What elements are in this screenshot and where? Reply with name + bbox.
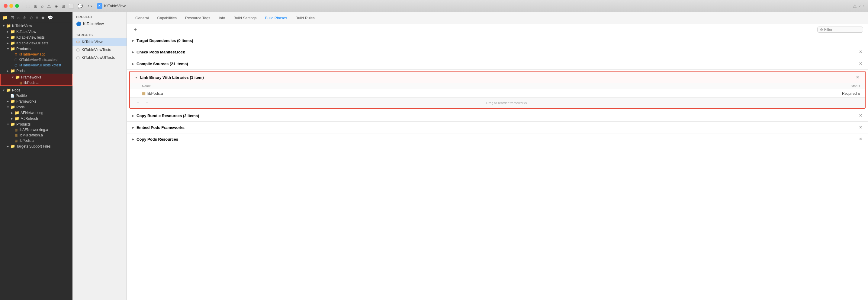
folder-icon: 📁: [6, 24, 11, 28]
comment-icon[interactable]: 💬: [78, 4, 83, 8]
tab-resource-tags[interactable]: Resource Tags: [182, 15, 214, 22]
phase-copy-bundle-header[interactable]: ▶ Copy Bundle Resources (3 items) ×: [127, 110, 868, 121]
nav-forward-button[interactable]: ›: [90, 3, 92, 9]
project-panel-item-kttableview[interactable]: 🔵 KtTableView: [72, 20, 127, 28]
phase-embed-pods-header[interactable]: ▶ Embed Pods Frameworks ×: [127, 122, 868, 133]
sidebar-item-kttableviewtests[interactable]: ▶ 📁 KtTableViewTests: [0, 34, 72, 40]
target-kttableview[interactable]: ⚙ KtTableView: [72, 38, 127, 46]
tab-general[interactable]: General: [132, 15, 152, 22]
navigator-icon-bar: 📁 ⊡ ⌕ ⚠ ◇ ≡ ◆ 💬: [0, 12, 72, 23]
sidebar-item-libmjrefresh[interactable]: ▦ libMJRefresh.a: [0, 133, 72, 138]
sidebar-item-kttableview[interactable]: ▶ 📁 KtTableView: [0, 29, 72, 34]
sidebar-item-pods-root[interactable]: ▼ 📁 Pods: [0, 87, 72, 93]
sidebar-item-podfile[interactable]: 📄 Podfile: [0, 93, 72, 98]
lib-file-icon: ▦: [142, 91, 146, 96]
bookmark-icon[interactable]: ◈: [55, 4, 58, 8]
library-row[interactable]: ▦ libPods.a Required ⇅: [130, 89, 865, 98]
add-phase-button[interactable]: +: [132, 26, 139, 33]
phase-check-pods-header[interactable]: ▶ Check Pods Manifest.lock ×: [127, 46, 868, 58]
issue-icon[interactable]: ⚠: [47, 4, 51, 8]
sidebar-item-kttableviewtests-xctest[interactable]: ⬡ KtTableViewTests.xctest: [0, 57, 72, 63]
sidebar-item-kttableviewuitests[interactable]: ▶ 📁 KtTableViewUITests: [0, 40, 72, 46]
remove-library-button[interactable]: −: [144, 100, 150, 106]
layout-icon[interactable]: ⊞: [34, 4, 37, 8]
phase-title: Embed Pods Frameworks: [136, 125, 858, 130]
folder-icon: 📁: [10, 122, 15, 127]
sidebar-item-label: Targets Support Files: [16, 144, 51, 148]
project-panel: PROJECT 🔵 KtTableView TARGETS ⚙ KtTableV…: [72, 12, 127, 300]
sidebar-item-targets-support[interactable]: ▶ 📁 Targets Support Files: [0, 143, 72, 149]
vcs-nav-icon[interactable]: ⊡: [10, 15, 14, 20]
drag-hint: Drag to reorder frameworks: [153, 101, 860, 105]
sidebar-item-libafnetworking[interactable]: ▦ libAFNetworking.a: [0, 127, 72, 133]
sidebar-item-products2[interactable]: ▼ 📁 Products: [0, 121, 72, 127]
project-section-header: PROJECT: [72, 12, 127, 20]
phase-target-dependencies-header[interactable]: ▶ Target Dependencies (0 items): [127, 35, 868, 46]
targets-section-header: TARGETS: [72, 30, 127, 38]
sidebar-item-label: libAFNetworking.a: [19, 128, 48, 132]
filter-bar: + ⊙: [127, 24, 868, 35]
warning-nav-icon[interactable]: ⚠: [23, 15, 27, 20]
sidebar-item-label: Podfile: [16, 94, 27, 98]
sidebar-item-label: KtTableView: [12, 24, 32, 28]
project-item-label: KtTableView: [83, 22, 104, 26]
search-toolbar-icon[interactable]: ⌕: [41, 4, 43, 8]
sidebar-item-libpods2[interactable]: ▦ libPods.a: [0, 138, 72, 143]
tab-build-settings[interactable]: Build Settings: [230, 15, 260, 22]
filter-icon: ⊙: [820, 28, 823, 32]
phase-compile-sources-header[interactable]: ▶ Compile Sources (21 items) ×: [127, 58, 868, 69]
add-library-button[interactable]: +: [135, 100, 141, 106]
sidebar-item-kttableviewuitests-xctest[interactable]: ⬡ KtTableViewUITests.xctest: [0, 63, 72, 68]
lib-icon: ▦: [19, 81, 22, 85]
sidebar-item-frameworks[interactable]: ▼ 📁 Frameworks: [0, 74, 72, 80]
phase-close-button[interactable]: ×: [858, 136, 863, 142]
tab-info[interactable]: Info: [215, 15, 229, 22]
breakpoint-nav-icon[interactable]: ◆: [41, 15, 45, 20]
phase-close-button[interactable]: ×: [858, 49, 863, 55]
debug-nav-icon[interactable]: ≡: [36, 15, 38, 20]
report-nav-icon[interactable]: 💬: [48, 15, 53, 20]
target-kttableviewtests[interactable]: ⬡ KtTableViewTests: [72, 46, 127, 54]
project-title: K KtTableView: [97, 3, 126, 9]
phase-close-button[interactable]: ×: [858, 113, 863, 118]
sidebar-item-libpods-a[interactable]: ▦ libPods.a: [0, 80, 72, 86]
triangle-icon: ▶: [11, 117, 14, 120]
triangle-icon: ▶: [7, 36, 10, 39]
maximize-button[interactable]: [15, 4, 19, 8]
sidebar-item-label: AFNetworking: [21, 111, 43, 115]
minimize-button[interactable]: [9, 4, 13, 8]
sidebar-item-kttableview-app[interactable]: ⚙ KtTableView.app: [0, 52, 72, 57]
nav-back-button[interactable]: ‹: [88, 3, 89, 9]
phase-triangle-icon: ▶: [132, 138, 134, 141]
target-kttableviewuitests[interactable]: ⬡ KtTableViewUITests: [72, 54, 127, 62]
search-nav-icon[interactable]: ⌕: [17, 15, 20, 20]
sidebar-item-products[interactable]: ▼ 📁 Products: [0, 46, 72, 52]
grid-icon[interactable]: ⊞: [62, 4, 65, 8]
sidebar-item-mjrefresh[interactable]: ▶ 📁 MJRefresh: [0, 115, 72, 121]
tab-build-rules[interactable]: Build Rules: [292, 15, 318, 22]
sidebar-item-pods-group[interactable]: ▶ 📁 Pods: [0, 68, 72, 74]
phase-copy-pods-header[interactable]: ▶ Copy Pods Resources ×: [127, 133, 868, 145]
folder-icon: 📁: [10, 68, 15, 73]
phase-close-button[interactable]: ×: [858, 125, 863, 130]
test-nav-icon[interactable]: ◇: [30, 15, 33, 20]
close-button[interactable]: [4, 4, 7, 8]
annotation-icon[interactable]: ⬜: [69, 4, 74, 8]
sidebar-item-frameworks2[interactable]: ▶ 📁 Frameworks: [0, 98, 72, 104]
sidebar-item-label: KtTableViewTests: [16, 35, 45, 39]
sidebar-item-kttableview-root[interactable]: ▼ 📁 KtTableView: [0, 23, 72, 29]
tab-capabilities[interactable]: Capabilities: [153, 15, 180, 22]
files-nav-icon[interactable]: 📁: [2, 15, 7, 20]
target-icon: ⬡: [76, 47, 80, 52]
phase-link-binary-header[interactable]: ▼ Link Binary With Libraries (1 item) ×: [130, 71, 865, 83]
project-icon: K: [97, 3, 102, 9]
phase-close-button[interactable]: ×: [855, 74, 860, 80]
sidebar-item-pods-folder[interactable]: ▼ 📁 Pods: [0, 104, 72, 110]
folder-icon: 📁: [10, 105, 15, 109]
sidebar-item-afnetworking[interactable]: ▶ 📁 AFNetworking: [0, 110, 72, 115]
tab-build-phases[interactable]: Build Phases: [261, 15, 291, 22]
sidebar-toggle-icon[interactable]: ⬚: [26, 4, 30, 8]
sidebar-item-label: Pods: [12, 88, 20, 92]
phase-close-button[interactable]: ×: [858, 61, 863, 66]
filter-input[interactable]: [824, 28, 861, 32]
